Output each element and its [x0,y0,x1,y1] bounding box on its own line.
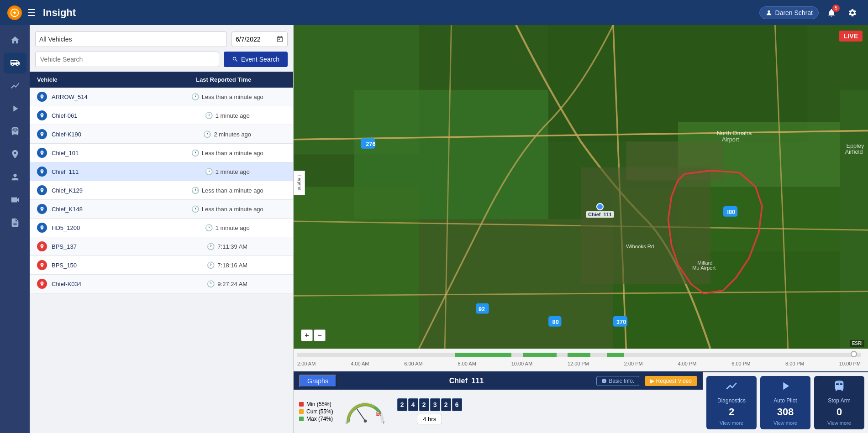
user-button[interactable]: Daren Schrat [759,6,819,19]
table-header: Vehicle Last Reported Time [30,72,293,88]
time-icon: 🕐 [191,205,199,213]
left-panel: All Vehicles Active Vehicles Inactive Ve… [30,25,294,433]
basic-info-button[interactable]: Basic Info. [596,376,639,386]
table-row[interactable]: Chief_101 🕐 Less than a minute ago [30,144,293,162]
vehicle-name: HD5_1200 [52,224,169,231]
date-input[interactable] [236,36,274,43]
vehicle-time: 🕐 1 minute ago [169,168,286,175]
digit-2: 2 [397,398,407,411]
sidebar-item-camera[interactable] [4,189,26,210]
svg-text:Wibooks Rd: Wibooks Rd [626,244,654,249]
event-search-button[interactable]: Event Search [224,52,288,67]
table-row[interactable]: Chief-K034 🕐 9:27:24 AM [30,275,293,293]
svg-text:North Omaha: North Omaha [717,130,752,136]
zoom-out-button[interactable]: − [314,329,326,341]
time-value: 1 minute ago [216,224,250,231]
diagnostics-viewmore[interactable]: View more [720,420,743,426]
hamburger-menu[interactable]: ☰ [27,7,36,18]
table-row[interactable]: Chief_111 🕐 1 minute ago [30,162,293,181]
vehicle-status-dot [37,204,47,214]
autopilot-number: 308 [777,406,794,418]
vehicle-time: 🕐 7:18:16 AM [169,261,286,269]
main-content: All Vehicles Active Vehicles Inactive Ve… [30,25,868,433]
map-svg: North Omaha Airport Eppley Airfield Mill… [294,25,868,349]
time-value: 7:18:16 AM [217,262,247,269]
sidebar-item-location[interactable] [4,144,26,165]
map-container[interactable]: North Omaha Airport Eppley Airfield Mill… [294,25,868,349]
vehicle-name: Chief_K148 [52,206,169,213]
graphs-tab-button[interactable]: Graphs [299,375,337,387]
vehicle-marker[interactable]: Chief_111 [586,203,614,218]
sidebar [0,25,30,433]
table-row[interactable]: BPS_137 🕐 7:11:39 AM [30,237,293,256]
stoparm-viewmore[interactable]: View more [827,420,851,426]
svg-text:370: 370 [616,318,626,325]
event-search-icon [232,56,238,63]
svg-text:80: 80 [552,318,559,325]
digit-3: 3 [430,398,440,411]
search-row: Event Search [35,52,288,67]
timeline-container[interactable]: 2:00 AM 4:00 AM 6:00 AM 8:00 AM 10:00 AM… [294,349,868,371]
settings-button[interactable] [844,5,861,21]
sidebar-item-user[interactable] [4,167,26,188]
esri-attribution: ESRI [850,340,864,347]
top-nav: ☰ Insight Daren Schrat 5 [0,0,868,25]
svg-text:276: 276 [366,141,375,147]
hours-button[interactable]: 4 hrs [417,414,442,424]
table-row[interactable]: ARROW_514 🕐 Less than a minute ago [30,88,293,106]
sidebar-item-vehicles[interactable] [4,52,26,73]
autopilot-viewmore[interactable]: View more [773,420,797,426]
table-row[interactable]: Chief_K129 🕐 Less than a minute ago [30,181,293,200]
vehicle-name: Chief-K190 [52,131,169,138]
vehicle-time: 🕐 Less than a minute ago [169,93,286,100]
fuel-gauge: E F ⛽ [342,398,388,425]
vehicle-status-dot [37,241,47,251]
vehicle-status-dot [37,260,47,270]
sidebar-item-playback[interactable] [4,98,26,119]
svg-text:E: E [345,421,347,425]
sidebar-item-home[interactable] [4,30,26,51]
sidebar-item-bus[interactable] [4,121,26,142]
time-value: 2 minutes ago [214,131,251,138]
basic-info-label: Basic Info. [609,378,634,384]
sidebar-item-reports[interactable] [4,212,26,233]
timeline-scrubber[interactable] [851,351,857,357]
vehicle-name: Chief_111 [52,168,169,175]
legend-curr-label: Curr (55%) [306,408,333,415]
graphs-body: Min (55%) Curr (55%) Max (74%) [294,390,703,433]
map-background: North Omaha Airport Eppley Airfield Mill… [294,25,868,349]
legend-min-label: Min (55%) [306,401,331,407]
app-title: Insight [43,7,754,19]
time-icon: 🕐 [205,112,213,119]
selected-vehicle-title: Chief_111 [342,377,591,385]
digit-2c: 2 [441,398,451,411]
zoom-in-button[interactable]: + [301,329,313,341]
legend-max-dot [299,417,304,421]
diagnostics-icon [725,380,738,395]
digit-4: 4 [408,398,418,411]
svg-rect-20 [626,141,723,180]
sidebar-item-activity[interactable] [4,75,26,96]
column-time: Last Reported Time [162,76,286,83]
filter-row: All Vehicles Active Vehicles Inactive Ve… [35,31,288,47]
legend-curr: Curr (55%) [299,408,333,415]
table-row[interactable]: Chief-K190 🕐 2 minutes ago [30,125,293,144]
time-icon: 🕐 [203,130,211,138]
timeline-labels: 2:00 AM 4:00 AM 6:00 AM 8:00 AM 10:00 AM… [294,360,864,367]
digit-2b: 2 [419,398,429,411]
vehicle-filter-select[interactable]: All Vehicles Active Vehicles Inactive Ve… [35,31,227,47]
legend-min-dot [299,402,304,407]
table-row[interactable]: Chief-061 🕐 1 minute ago [30,106,293,125]
table-row[interactable]: HD5_1200 🕐 1 minute ago [30,219,293,237]
notifications-button[interactable]: 5 [823,5,840,21]
vehicle-time: 🕐 9:27:24 AM [169,280,286,287]
request-video-button[interactable]: ▶ Request Video [645,376,697,386]
table-row[interactable]: BPS_150 🕐 7:18:16 AM [30,256,293,275]
vehicle-time: 🕐 7:11:39 AM [169,243,286,250]
legend-tab[interactable]: Legend [294,171,305,195]
odometer-section: 2 4 2 3 2 6 4 hrs [397,398,462,424]
vehicle-search-input[interactable] [35,52,219,67]
legend-max-label: Max (74%) [306,416,333,422]
table-row[interactable]: Chief_K148 🕐 Less than a minute ago [30,200,293,219]
svg-text:Mu Airport: Mu Airport [692,265,716,271]
